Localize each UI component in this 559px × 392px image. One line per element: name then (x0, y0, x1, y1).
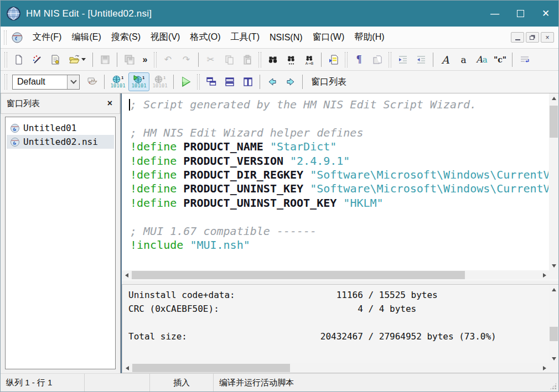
outdent-button[interactable] (412, 51, 430, 68)
compile-syntax-check-button[interactable]: 1 10101 (149, 72, 170, 91)
code-area[interactable]: ; Script generated by the HM NIS Edit Sc… (130, 98, 548, 270)
find-next-button[interactable] (282, 51, 300, 68)
tile-vertical-button[interactable] (239, 74, 257, 90)
separator (198, 53, 199, 67)
compiler-options-icon (86, 76, 99, 88)
scroll-left-arrow[interactable] (122, 270, 131, 280)
outdent-icon (416, 54, 427, 65)
copy-to-template-button[interactable] (368, 51, 386, 68)
new-file-button[interactable] (9, 51, 28, 68)
undo-icon: ↶ (164, 54, 172, 65)
quote-button[interactable]: "c" (491, 51, 509, 68)
undo-button[interactable]: ↶ (159, 51, 177, 68)
mdi-minimize-button[interactable] (511, 32, 524, 43)
scroll-left-arrow[interactable] (122, 363, 132, 373)
cascade-windows-button[interactable] (202, 74, 220, 90)
binoculars-icon (267, 54, 278, 65)
new-from-template-button[interactable] (46, 51, 64, 68)
scroll-up-arrow[interactable] (549, 285, 558, 294)
save-all-button[interactable] (120, 51, 138, 68)
compile-and-run-button[interactable]: 1 10101 (128, 72, 149, 91)
output-horizontal-scrollbar[interactable] (122, 363, 549, 373)
open-file-button[interactable] (64, 51, 90, 68)
copy-button[interactable] (220, 51, 238, 68)
maximize-button[interactable] (508, 1, 533, 27)
window-title: HM NIS Edit - [Untitled02.nsi] (26, 8, 482, 19)
editor-vscroll-thumb[interactable] (550, 106, 558, 138)
scroll-right-arrow[interactable] (540, 270, 549, 280)
menubar-grip[interactable] (4, 30, 7, 45)
menu-help[interactable]: 帮助(H) (349, 28, 389, 46)
save-button[interactable] (96, 51, 114, 68)
menu-window[interactable]: 窗口(W) (308, 28, 350, 46)
scroll-down-arrow[interactable] (549, 261, 558, 270)
toolbar-grip[interactable] (4, 52, 7, 67)
cut-button[interactable]: ✂ (201, 51, 220, 68)
window-list-toggle-button[interactable]: 窗口列表 (306, 74, 352, 90)
menu-file[interactable]: 文件(F) (28, 28, 66, 46)
separator (512, 53, 513, 67)
toolbar-grip[interactable] (197, 74, 200, 90)
scroll-right-arrow[interactable] (540, 363, 549, 373)
output-hscroll-thumb[interactable] (132, 364, 290, 372)
replace-button[interactable]: A→B (300, 51, 318, 68)
copy-template-icon (372, 54, 383, 65)
tile-horizontal-button[interactable] (220, 74, 239, 90)
mdi-close-button[interactable]: × (541, 32, 554, 43)
cascade-windows-icon (206, 76, 217, 87)
magic-wand-icon (32, 54, 43, 65)
cut-icon: ✂ (207, 54, 214, 65)
toolbar-grip[interactable] (154, 52, 157, 67)
scroll-up-arrow[interactable] (549, 93, 558, 103)
word-wrap-button[interactable] (515, 51, 534, 68)
uppercase-icon: A (442, 54, 449, 66)
uppercase-button[interactable]: A (436, 51, 454, 68)
toggle-case-button[interactable]: Aa (473, 51, 491, 68)
menu-format[interactable]: 格式(O) (185, 28, 225, 46)
redo-button[interactable]: ↷ (177, 51, 195, 68)
close-button[interactable]: ✕ (533, 1, 558, 27)
toolbar-grip[interactable] (389, 52, 391, 67)
output-text: Uninstall code+data: 11166 / 15525 bytes… (128, 288, 548, 363)
menu-nsis[interactable]: NSIS(N) (265, 29, 308, 46)
code-editor[interactable]: ; Script generated by the HM NIS Edit Sc… (122, 93, 558, 280)
toolbar-grip[interactable] (258, 52, 261, 67)
wizard-button[interactable] (28, 51, 46, 68)
menu-search[interactable]: 搜索(S) (106, 28, 146, 46)
show-special-chars-button[interactable]: ¶ (350, 51, 368, 68)
output-vscroll-thumb[interactable] (550, 327, 558, 341)
indent-button[interactable] (394, 51, 412, 68)
list-item-untitled02[interactable]: Untitled02.nsi (7, 135, 114, 149)
toolbar-overflow-button[interactable]: » (138, 51, 152, 68)
menu-tools[interactable]: 工具(T) (226, 28, 265, 46)
combobox-dropdown-button[interactable] (67, 75, 79, 89)
compiler-options-button[interactable] (83, 74, 101, 90)
paste-button[interactable] (238, 51, 256, 68)
compile-button[interactable]: 1 10101 (107, 72, 128, 91)
lowercase-button[interactable]: a (454, 51, 473, 68)
new-file-icon (13, 54, 24, 65)
syntax-scheme-combobox[interactable]: Default (12, 75, 80, 90)
scroll-down-arrow[interactable] (549, 354, 558, 363)
find-button[interactable] (263, 51, 282, 68)
menu-edit[interactable]: 编辑(E) (66, 28, 106, 46)
mdi-restore-button[interactable] (526, 32, 539, 43)
menu-view[interactable]: 视图(V) (146, 28, 185, 46)
list-item-untitled01[interactable]: Untitled01 (7, 121, 114, 135)
run-button[interactable] (177, 74, 195, 90)
editor-hscroll-thumb[interactable] (132, 271, 465, 279)
panel-close-button[interactable]: × (106, 98, 114, 108)
editor-vertical-scrollbar[interactable] (549, 93, 558, 270)
previous-window-button[interactable] (263, 74, 281, 90)
toolbar-grip[interactable] (4, 74, 7, 90)
minimize-button[interactable]: — (482, 1, 508, 27)
next-window-button[interactable] (281, 74, 299, 90)
output-vertical-scrollbar[interactable] (549, 285, 558, 363)
toolbar-grip[interactable] (345, 52, 348, 67)
goto-line-button[interactable] (324, 51, 343, 68)
panel-splitter[interactable] (122, 280, 558, 284)
compiler-output-panel[interactable]: Uninstall code+data: 11166 / 15525 bytes… (122, 284, 558, 373)
compile-disabled-icon: 1 (154, 75, 165, 83)
open-dropdown-icon[interactable] (81, 58, 86, 61)
editor-horizontal-scrollbar[interactable] (122, 270, 549, 280)
